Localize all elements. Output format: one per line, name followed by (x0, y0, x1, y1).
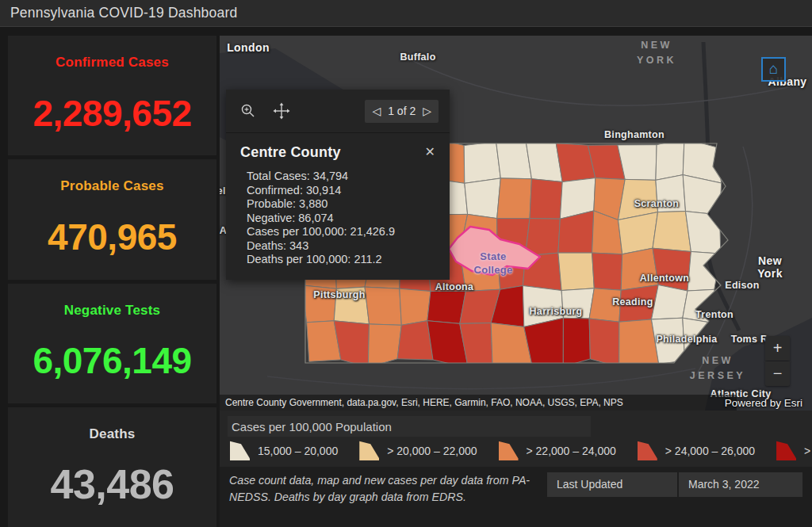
county-shape[interactable] (465, 178, 501, 219)
county-shape[interactable] (558, 253, 594, 290)
legend-item: > 22,000 – 24,000 (499, 441, 616, 460)
popup-stat-line: Confirmed: 30,914 (247, 184, 437, 198)
county-shape[interactable] (427, 292, 466, 324)
county-shape[interactable] (621, 248, 658, 290)
deaths-card: Deaths 43,486 (8, 407, 216, 527)
legend-swatch-icon (776, 441, 796, 460)
legend-range-label: > 22,000 – 24,000 (527, 445, 616, 457)
legend-swatch-icon (230, 441, 250, 460)
legend-item: > 20,000 – 22,000 (359, 441, 477, 460)
legend-item: > 26,000 – 35,000 (776, 441, 812, 460)
county-shape[interactable] (561, 288, 594, 319)
dashboard: Pennsylvania COVID-19 Dashboard Confirme… (0, 0, 812, 527)
legend-title: Cases per 100,000 Population (228, 420, 392, 433)
legend-swatch-icon (499, 441, 519, 460)
bottom-panel: Case count data, map and new cases per d… (220, 467, 812, 527)
county-shape[interactable] (619, 212, 658, 254)
legend-range-label: > 26,000 – 35,000 (804, 445, 812, 457)
legend-range-label: 15,000 – 20,000 (258, 445, 338, 457)
zoom-to-feature-button[interactable] (237, 100, 259, 122)
county-shape[interactable] (334, 287, 369, 324)
deaths-label: Deaths (90, 426, 136, 442)
county-shape[interactable] (302, 285, 337, 323)
confirmed-cases-value: 2,289,652 (33, 71, 191, 155)
county-shape[interactable] (496, 142, 532, 179)
page-title: Pennsylvania COVID-19 Dashboard (0, 5, 237, 21)
legend-items: 15,000 – 20,000> 20,000 – 22,000> 22,000… (230, 441, 812, 460)
magnifier-plus-icon (240, 103, 256, 119)
legend-range-label: > 24,000 – 26,000 (665, 445, 755, 457)
county-shape[interactable] (464, 142, 500, 184)
pager-prev-button[interactable]: ◁ (372, 105, 381, 116)
pager-next-button[interactable]: ▷ (423, 105, 431, 116)
county-shape[interactable] (656, 139, 684, 181)
probable-cases-value: 470,965 (48, 194, 177, 279)
popup-toolbar: ◁ 1 of 2 ▷ (226, 90, 450, 133)
stats-sidebar: Confirmed Cases 2,289,652 Probable Cases… (8, 36, 216, 527)
powered-by-esri: Powered by Esri (725, 397, 802, 409)
close-icon[interactable]: ✕ (423, 144, 437, 159)
popup-stat-line: Deaths per 100,000: 211.2 (247, 253, 437, 267)
popup-pager: ◁ 1 of 2 ▷ (365, 100, 439, 123)
county-shape[interactable] (589, 319, 619, 367)
popup-stat-line: Deaths: 343 (247, 239, 437, 254)
legend-swatch-icon (638, 441, 657, 460)
probable-cases-card: Probable Cases 470,965 (8, 159, 216, 279)
legend-item: 15,000 – 20,000 (230, 441, 338, 460)
data-source-note: Case count data, map and new cases per d… (229, 472, 569, 506)
negative-tests-label: Negative Tests (64, 303, 161, 319)
negative-tests-card: Negative Tests 6,076,149 (8, 284, 216, 403)
county-shape[interactable] (530, 179, 562, 220)
zoom-in-button[interactable]: + (765, 336, 790, 361)
county-shape[interactable] (589, 288, 621, 322)
last-updated-widget: Last Updated March 3, 2022 (547, 472, 802, 497)
legend-item: > 24,000 – 26,000 (638, 441, 755, 460)
confirmed-cases-label: Confirmed Cases (56, 55, 169, 71)
legend-swatch-icon (359, 441, 379, 460)
probable-cases-label: Probable Cases (60, 178, 163, 194)
confirmed-cases-card: Confirmed Cases 2,289,652 (8, 36, 216, 155)
map-widget[interactable]: LondonBuffaloNEW YORKAlbanyBinghamtonScr… (220, 36, 812, 411)
deaths-value: 43,486 (50, 442, 174, 527)
popup-stat-line: Total Cases: 34,794 (247, 170, 437, 184)
legend-title-row: Cases per 100,000 Population (228, 416, 591, 437)
minus-icon: − (773, 365, 783, 383)
pager-text: 1 of 2 (388, 105, 416, 117)
last-updated-value: March 3, 2022 (679, 472, 802, 497)
map-attribution-bar: Centre County Government, data.pa.gov, E… (220, 395, 737, 411)
negative-tests-value: 6,076,149 (33, 319, 191, 403)
county-shape[interactable] (653, 248, 691, 291)
popup-stat-lines: Total Cases: 34,794Confirmed: 30,914Prob… (240, 170, 437, 267)
legend-panel: Cases per 100,000 Population 15,000 – 20… (220, 411, 812, 467)
popup-stat-line: Probable: 3,880 (247, 197, 437, 212)
pan-to-feature-button[interactable] (270, 100, 293, 122)
popup-stat-line: Cases per 100,000: 21,426.9 (247, 225, 437, 239)
home-button[interactable]: ⌂ (761, 57, 786, 82)
county-shape[interactable] (497, 178, 532, 219)
legend-range-label: > 20,000 – 22,000 (387, 445, 477, 457)
plus-icon: + (773, 339, 783, 357)
county-shape[interactable] (400, 288, 431, 325)
county-popup: ◁ 1 of 2 ▷ Centre County ✕ Total Cases: … (226, 90, 450, 280)
last-updated-label: Last Updated (547, 472, 677, 497)
county-shape[interactable] (592, 253, 622, 290)
move-arrows-icon (273, 102, 290, 120)
county-shape[interactable] (653, 212, 691, 252)
county-shape[interactable] (563, 318, 590, 366)
county-shape[interactable] (656, 175, 686, 212)
app-header: Pennsylvania COVID-19 Dashboard (0, 0, 812, 27)
home-icon: ⌂ (769, 61, 778, 76)
popup-stat-line: Negative: 86,074 (247, 212, 437, 226)
attribution-text: Centre County Government, data.pa.gov, E… (220, 397, 623, 408)
popup-title: Centre County (240, 144, 341, 161)
county-shape[interactable] (397, 321, 433, 360)
county-shape[interactable] (365, 287, 401, 325)
zoom-out-button[interactable]: − (765, 361, 790, 386)
popup-body: Centre County ✕ Total Cases: 34,794Confi… (226, 133, 450, 280)
